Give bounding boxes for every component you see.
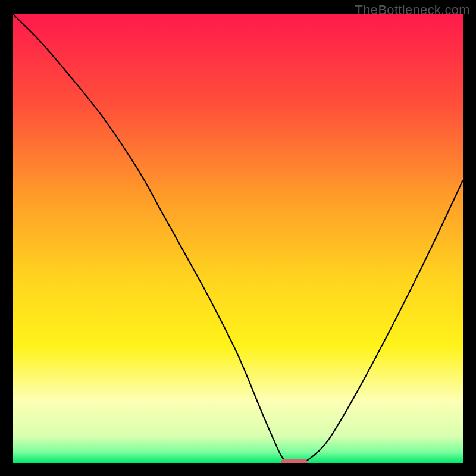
chart-frame: TheBottleneck.com (0, 0, 476, 476)
gradient-background (13, 14, 463, 463)
plot-container (13, 14, 463, 463)
plot-svg (13, 14, 463, 463)
optimal-point-marker (281, 459, 308, 463)
watermark-text: TheBottleneck.com (355, 2, 470, 18)
